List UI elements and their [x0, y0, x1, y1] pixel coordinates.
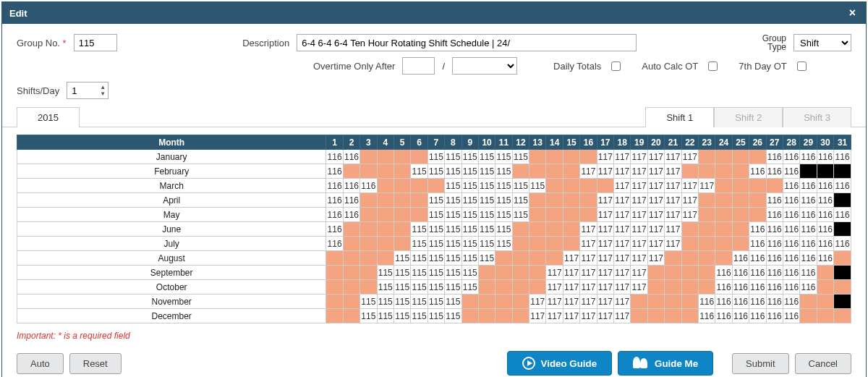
day-cell[interactable]: 115 — [495, 222, 512, 237]
day-cell[interactable]: 115 — [393, 309, 410, 323]
day-cell[interactable]: 116 — [766, 208, 783, 222]
day-cell[interactable] — [834, 251, 851, 266]
day-cell[interactable]: 117 — [597, 222, 613, 237]
day-cell[interactable] — [749, 193, 766, 208]
day-cell[interactable] — [360, 251, 377, 266]
day-cell[interactable] — [597, 179, 613, 193]
day-cell[interactable] — [529, 280, 546, 295]
day-cell[interactable] — [546, 164, 563, 179]
day-cell[interactable]: 117 — [614, 295, 631, 309]
day-cell[interactable]: 115 — [529, 179, 546, 193]
day-cell[interactable]: 116 — [800, 150, 817, 164]
day-cell[interactable]: 116 — [800, 237, 817, 251]
day-cell[interactable]: 116 — [766, 266, 783, 280]
day-cell[interactable]: 115 — [495, 179, 512, 193]
day-cell[interactable] — [699, 193, 715, 208]
day-cell[interactable]: 117 — [665, 222, 681, 237]
day-cell[interactable]: 115 — [445, 266, 461, 280]
day-cell[interactable]: 116 — [783, 280, 799, 295]
day-cell[interactable]: 117 — [665, 193, 681, 208]
day-cell[interactable] — [529, 150, 546, 164]
day-cell[interactable] — [681, 251, 698, 266]
day-cell[interactable]: 115 — [445, 237, 461, 251]
day-cell[interactable]: 115 — [478, 150, 495, 164]
shifts-day-spinner[interactable]: ▲ ▼ — [67, 82, 109, 99]
day-cell[interactable]: 116 — [817, 193, 833, 208]
day-cell[interactable] — [631, 309, 647, 323]
day-cell[interactable]: 115 — [478, 237, 495, 251]
day-cell[interactable]: 116 — [343, 150, 359, 164]
day-cell[interactable]: 115 — [411, 309, 427, 323]
day-cell[interactable]: 117 — [597, 237, 613, 251]
day-cell[interactable] — [377, 179, 393, 193]
day-cell[interactable] — [377, 193, 393, 208]
day-cell[interactable] — [681, 309, 698, 323]
day-cell[interactable]: 115 — [495, 208, 512, 222]
day-cell[interactable]: 117 — [631, 164, 647, 179]
day-cell[interactable]: 117 — [681, 208, 698, 222]
day-cell[interactable]: 116 — [326, 150, 343, 164]
day-cell[interactable] — [427, 179, 444, 193]
day-cell[interactable] — [343, 164, 359, 179]
day-cell[interactable] — [732, 208, 749, 222]
day-cell[interactable] — [377, 150, 393, 164]
day-cell[interactable]: 116 — [715, 295, 732, 309]
day-cell[interactable] — [495, 280, 512, 295]
day-cell[interactable]: 117 — [580, 222, 597, 237]
day-cell[interactable]: 117 — [563, 266, 579, 280]
daily-totals-checkbox[interactable] — [611, 62, 621, 71]
day-cell[interactable]: 116 — [326, 179, 343, 193]
day-cell[interactable]: 116 — [834, 208, 851, 222]
day-cell[interactable]: 115 — [461, 280, 478, 295]
day-cell[interactable]: 115 — [393, 266, 410, 280]
day-cell[interactable]: 117 — [597, 309, 613, 323]
day-cell[interactable]: 117 — [647, 179, 664, 193]
day-cell[interactable]: 117 — [614, 280, 631, 295]
day-cell[interactable]: 116 — [834, 179, 851, 193]
day-cell[interactable] — [529, 251, 546, 266]
day-cell[interactable]: 116 — [800, 222, 817, 237]
day-cell[interactable] — [699, 150, 715, 164]
day-cell[interactable]: 116 — [699, 309, 715, 323]
day-cell[interactable]: 116 — [766, 193, 783, 208]
day-cell[interactable] — [377, 208, 393, 222]
day-cell[interactable] — [529, 164, 546, 179]
day-cell[interactable]: 116 — [834, 150, 851, 164]
day-cell[interactable]: 115 — [411, 164, 427, 179]
day-cell[interactable] — [715, 179, 732, 193]
day-cell[interactable] — [393, 164, 410, 179]
day-cell[interactable]: 117 — [665, 208, 681, 222]
day-cell[interactable]: 115 — [427, 266, 444, 280]
day-cell[interactable] — [343, 309, 359, 323]
day-cell[interactable] — [512, 251, 529, 266]
day-cell[interactable] — [360, 266, 377, 280]
day-cell[interactable] — [834, 309, 851, 323]
group-no-input[interactable] — [74, 34, 117, 51]
day-cell[interactable]: 115 — [360, 309, 377, 323]
day-cell[interactable] — [495, 251, 512, 266]
day-cell[interactable]: 115 — [478, 164, 495, 179]
day-cell[interactable] — [715, 222, 732, 237]
day-cell[interactable] — [563, 179, 579, 193]
day-cell[interactable] — [715, 164, 732, 179]
day-cell[interactable]: 117 — [546, 266, 563, 280]
day-cell[interactable] — [681, 164, 698, 179]
auto-button[interactable]: Auto — [17, 353, 64, 374]
day-cell[interactable]: 117 — [597, 208, 613, 222]
day-cell[interactable] — [360, 222, 377, 237]
day-cell[interactable]: 116 — [783, 295, 799, 309]
group-type-select[interactable]: Shift — [793, 34, 851, 51]
day-cell[interactable]: 115 — [478, 222, 495, 237]
day-cell[interactable]: 115 — [360, 295, 377, 309]
day-cell[interactable]: 116 — [817, 150, 833, 164]
day-cell[interactable]: 115 — [445, 280, 461, 295]
day-cell[interactable]: 116 — [817, 208, 833, 222]
day-cell[interactable]: 115 — [411, 280, 427, 295]
day-cell[interactable]: 116 — [766, 309, 783, 323]
day-cell[interactable]: 117 — [546, 280, 563, 295]
day-cell[interactable]: 117 — [614, 193, 631, 208]
day-cell[interactable]: 115 — [445, 193, 461, 208]
day-cell[interactable] — [834, 164, 851, 179]
day-cell[interactable]: 117 — [647, 251, 664, 266]
day-cell[interactable]: 115 — [478, 179, 495, 193]
